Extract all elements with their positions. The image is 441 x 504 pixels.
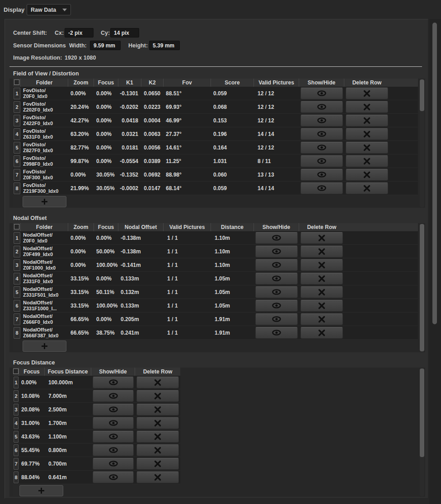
delete-row-button[interactable] xyxy=(300,300,343,312)
show-hide-button[interactable] xyxy=(300,155,343,167)
sensor-width-input[interactable] xyxy=(90,41,121,50)
show-hide-button[interactable] xyxy=(93,404,134,415)
delete-row-button[interactable] xyxy=(346,155,388,167)
cy-input[interactable] xyxy=(110,28,139,37)
show-hide-button[interactable] xyxy=(255,327,298,339)
cx-input[interactable] xyxy=(65,28,94,37)
row-number[interactable]: 2 xyxy=(14,390,19,402)
row-number[interactable]: 6 xyxy=(14,300,20,312)
show-hide-button[interactable] xyxy=(300,115,343,126)
show-hide-button[interactable] xyxy=(255,273,298,285)
row-number[interactable]: 5 xyxy=(14,142,20,154)
scrollbar-thumb[interactable] xyxy=(432,23,437,324)
show-hide-button[interactable] xyxy=(93,417,134,429)
fov-scrollbar[interactable] xyxy=(420,79,424,207)
delete-row-button[interactable] xyxy=(346,169,388,181)
show-hide-button[interactable] xyxy=(300,142,343,154)
show-hide-button[interactable] xyxy=(93,458,134,470)
cell-distance: 0.641m xyxy=(45,474,91,481)
show-hide-button[interactable] xyxy=(255,300,298,312)
add-row-button[interactable] xyxy=(23,341,66,352)
delete-row-button[interactable] xyxy=(136,377,179,388)
show-hide-button[interactable] xyxy=(300,182,343,194)
row-number[interactable]: 3 xyxy=(14,259,20,271)
delete-row-button[interactable] xyxy=(136,471,179,483)
focus-section: FocusFocus DistanceShow/HideDelete Row 1… xyxy=(9,368,425,497)
delete-row-button[interactable] xyxy=(346,101,388,113)
delete-row-button[interactable] xyxy=(136,458,179,470)
show-hide-button[interactable] xyxy=(300,128,343,140)
display-dropdown[interactable]: Raw Data xyxy=(27,4,71,15)
page-scrollbar[interactable] xyxy=(429,19,441,504)
show-hide-button[interactable] xyxy=(93,390,134,402)
show-hide-button[interactable] xyxy=(255,286,298,298)
row-number[interactable]: 1 xyxy=(14,232,20,244)
scrollbar-thumb[interactable] xyxy=(420,224,424,351)
show-hide-button[interactable] xyxy=(300,101,343,113)
row-number[interactable]: 6 xyxy=(14,444,19,456)
nodal-scrollbar[interactable] xyxy=(420,224,424,352)
focus-scrollbar[interactable] xyxy=(420,368,424,496)
delete-row-button[interactable] xyxy=(300,273,343,285)
delete-row-button[interactable] xyxy=(300,232,343,244)
row-number[interactable]: 4 xyxy=(14,128,20,140)
show-hide-button[interactable] xyxy=(93,471,134,483)
cell-valid: 14 / 14 xyxy=(254,185,299,191)
row-number[interactable]: 8 xyxy=(14,182,20,194)
delete-row-button[interactable] xyxy=(346,88,388,99)
delete-row-button[interactable] xyxy=(136,390,179,402)
scrollbar-thumb[interactable] xyxy=(420,369,424,457)
select-all-checkbox[interactable] xyxy=(14,224,19,229)
delete-row-button[interactable] xyxy=(346,115,388,126)
row-number[interactable]: 4 xyxy=(14,417,19,429)
row-number[interactable]: 5 xyxy=(14,431,19,443)
delete-row-button[interactable] xyxy=(300,259,343,271)
row-number[interactable]: 4 xyxy=(14,273,20,285)
delete-row-button[interactable] xyxy=(300,313,343,325)
show-hide-button[interactable] xyxy=(93,377,134,388)
add-row-button[interactable] xyxy=(23,196,66,207)
delete-row-button[interactable] xyxy=(300,246,343,257)
show-hide-button[interactable] xyxy=(93,431,134,443)
row-number[interactable]: 7 xyxy=(14,169,20,181)
select-all-checkbox[interactable] xyxy=(14,79,19,85)
delete-row-button[interactable] xyxy=(136,417,179,429)
show-hide-button[interactable] xyxy=(300,169,343,181)
show-hide-button[interactable] xyxy=(255,313,298,325)
delete-row-button[interactable] xyxy=(136,404,179,415)
row-number[interactable]: 2 xyxy=(14,101,20,113)
add-row-button[interactable] xyxy=(19,485,63,496)
show-hide-button[interactable] xyxy=(255,246,298,257)
plus-icon xyxy=(38,487,45,495)
row-number[interactable]: 3 xyxy=(14,115,20,126)
delete-row-button[interactable] xyxy=(300,327,343,339)
scrollbar-thumb[interactable] xyxy=(420,79,424,111)
row-number[interactable]: 5 xyxy=(14,286,20,298)
cell-valid: 1 / 1 xyxy=(164,289,211,295)
cell-k1: 0.0321 xyxy=(118,131,141,137)
delete-row-button[interactable] xyxy=(300,286,343,298)
show-hide-button[interactable] xyxy=(300,88,343,99)
row-number[interactable]: 2 xyxy=(14,246,20,257)
row-number[interactable]: 8 xyxy=(14,327,20,339)
cell-fov: 88.51° xyxy=(164,90,211,97)
select-all-checkbox[interactable] xyxy=(13,369,19,374)
row-number[interactable]: 1 xyxy=(14,377,19,388)
row-number[interactable]: 7 xyxy=(14,458,19,470)
show-hide-button[interactable] xyxy=(255,232,298,244)
delete-row-button[interactable] xyxy=(136,431,179,443)
delete-row-button[interactable] xyxy=(346,182,388,194)
delete-row-button[interactable] xyxy=(136,444,179,456)
show-hide-button[interactable] xyxy=(255,259,298,271)
delete-row-button[interactable] xyxy=(346,128,388,140)
eye-icon xyxy=(108,434,118,439)
row-number[interactable]: 7 xyxy=(14,313,20,325)
sensor-height-input[interactable] xyxy=(149,41,180,50)
show-hide-button[interactable] xyxy=(93,444,134,456)
row-number[interactable]: 8 xyxy=(14,471,19,483)
folder-cell: NodalOffset/Z331F1000_I... xyxy=(21,300,68,311)
row-number[interactable]: 6 xyxy=(14,155,20,167)
delete-row-button[interactable] xyxy=(346,142,388,154)
row-number[interactable]: 3 xyxy=(14,404,19,415)
row-number[interactable]: 1 xyxy=(14,88,20,99)
